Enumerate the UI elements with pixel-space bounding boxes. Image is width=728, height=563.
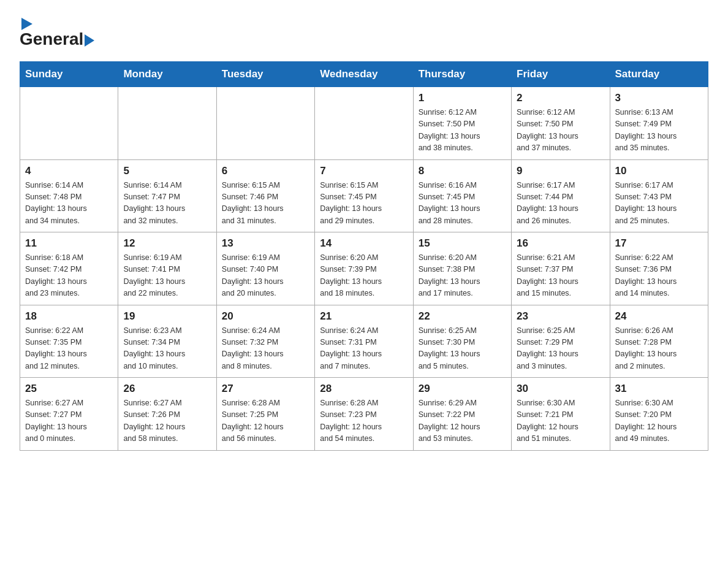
weekday-header-saturday: Saturday [610, 62, 708, 87]
day-info: Sunrise: 6:23 AM Sunset: 7:34 PM Dayligh… [123, 325, 211, 373]
weekday-header-sunday: Sunday [20, 62, 118, 87]
calendar-cell: 4Sunrise: 6:14 AM Sunset: 7:48 PM Daylig… [20, 159, 118, 232]
calendar-cell: 31Sunrise: 6:30 AM Sunset: 7:20 PM Dayli… [610, 378, 708, 451]
calendar-cell: 6Sunrise: 6:15 AM Sunset: 7:46 PM Daylig… [216, 159, 314, 232]
day-number: 11 [25, 237, 113, 250]
day-info: Sunrise: 6:28 AM Sunset: 7:23 PM Dayligh… [320, 397, 408, 445]
calendar-cell [216, 87, 314, 160]
day-info: Sunrise: 6:28 AM Sunset: 7:25 PM Dayligh… [222, 397, 309, 445]
day-number: 1 [419, 92, 506, 104]
calendar-cell: 25Sunrise: 6:27 AM Sunset: 7:27 PM Dayli… [20, 378, 118, 451]
calendar-cell [20, 87, 118, 160]
calendar-cell: 14Sunrise: 6:20 AM Sunset: 7:39 PM Dayli… [315, 232, 413, 305]
calendar-cell: 23Sunrise: 6:25 AM Sunset: 7:29 PM Dayli… [512, 305, 610, 378]
calendar-cell: 1Sunrise: 6:12 AM Sunset: 7:50 PM Daylig… [413, 87, 511, 160]
day-number: 13 [222, 237, 309, 250]
week-row-4: 18Sunrise: 6:22 AM Sunset: 7:35 PM Dayli… [20, 305, 708, 378]
day-number: 4 [25, 165, 113, 177]
calendar-cell: 3Sunrise: 6:13 AM Sunset: 7:49 PM Daylig… [610, 87, 708, 160]
day-info: Sunrise: 6:30 AM Sunset: 7:20 PM Dayligh… [615, 397, 703, 445]
day-number: 2 [517, 92, 604, 104]
day-number: 24 [615, 310, 703, 323]
day-info: Sunrise: 6:25 AM Sunset: 7:30 PM Dayligh… [419, 325, 506, 373]
calendar-cell: 17Sunrise: 6:22 AM Sunset: 7:36 PM Dayli… [610, 232, 708, 305]
week-row-2: 4Sunrise: 6:14 AM Sunset: 7:48 PM Daylig… [20, 159, 708, 232]
calendar-cell: 28Sunrise: 6:28 AM Sunset: 7:23 PM Dayli… [315, 378, 413, 451]
day-info: Sunrise: 6:19 AM Sunset: 7:40 PM Dayligh… [222, 252, 309, 300]
day-number: 20 [222, 310, 309, 323]
day-number: 14 [320, 237, 408, 250]
calendar-cell: 11Sunrise: 6:18 AM Sunset: 7:42 PM Dayli… [20, 232, 118, 305]
day-number: 17 [615, 237, 703, 250]
day-number: 8 [419, 165, 506, 177]
day-info: Sunrise: 6:12 AM Sunset: 7:50 PM Dayligh… [517, 107, 604, 155]
day-number: 7 [320, 165, 408, 177]
calendar-cell: 16Sunrise: 6:21 AM Sunset: 7:37 PM Dayli… [512, 232, 610, 305]
day-info: Sunrise: 6:13 AM Sunset: 7:49 PM Dayligh… [615, 107, 703, 155]
day-number: 16 [517, 237, 604, 250]
day-number: 15 [419, 237, 506, 250]
week-row-3: 11Sunrise: 6:18 AM Sunset: 7:42 PM Dayli… [20, 232, 708, 305]
day-info: Sunrise: 6:29 AM Sunset: 7:22 PM Dayligh… [419, 397, 506, 445]
day-number: 18 [25, 310, 113, 323]
day-info: Sunrise: 6:12 AM Sunset: 7:50 PM Dayligh… [419, 107, 506, 155]
day-number: 22 [419, 310, 506, 323]
day-info: Sunrise: 6:22 AM Sunset: 7:35 PM Dayligh… [25, 325, 113, 373]
logo-arrow-icon [85, 34, 94, 47]
day-number: 29 [419, 383, 506, 395]
calendar-cell: 9Sunrise: 6:17 AM Sunset: 7:44 PM Daylig… [512, 159, 610, 232]
logo: General [20, 15, 96, 49]
day-info: Sunrise: 6:18 AM Sunset: 7:42 PM Dayligh… [25, 252, 113, 300]
day-number: 27 [222, 383, 309, 395]
day-number: 21 [320, 310, 408, 323]
day-number: 9 [517, 165, 604, 177]
calendar-cell: 8Sunrise: 6:16 AM Sunset: 7:45 PM Daylig… [413, 159, 511, 232]
calendar-cell: 12Sunrise: 6:19 AM Sunset: 7:41 PM Dayli… [118, 232, 216, 305]
calendar-cell: 10Sunrise: 6:17 AM Sunset: 7:43 PM Dayli… [610, 159, 708, 232]
calendar-cell: 15Sunrise: 6:20 AM Sunset: 7:38 PM Dayli… [413, 232, 511, 305]
day-number: 30 [517, 383, 604, 395]
day-number: 6 [222, 165, 309, 177]
calendar-cell: 26Sunrise: 6:27 AM Sunset: 7:26 PM Dayli… [118, 378, 216, 451]
week-row-5: 25Sunrise: 6:27 AM Sunset: 7:27 PM Dayli… [20, 378, 708, 451]
day-info: Sunrise: 6:22 AM Sunset: 7:36 PM Dayligh… [615, 252, 703, 300]
day-info: Sunrise: 6:27 AM Sunset: 7:27 PM Dayligh… [25, 397, 113, 445]
day-info: Sunrise: 6:14 AM Sunset: 7:48 PM Dayligh… [25, 180, 113, 228]
week-row-1: 1Sunrise: 6:12 AM Sunset: 7:50 PM Daylig… [20, 87, 708, 160]
weekday-header-friday: Friday [512, 62, 610, 87]
calendar-cell: 7Sunrise: 6:15 AM Sunset: 7:45 PM Daylig… [315, 159, 413, 232]
day-info: Sunrise: 6:26 AM Sunset: 7:28 PM Dayligh… [615, 325, 703, 373]
day-info: Sunrise: 6:15 AM Sunset: 7:45 PM Dayligh… [320, 180, 408, 228]
calendar-cell [315, 87, 413, 160]
calendar-cell: 22Sunrise: 6:25 AM Sunset: 7:30 PM Dayli… [413, 305, 511, 378]
day-number: 3 [615, 92, 703, 104]
calendar-table: SundayMondayTuesdayWednesdayThursdayFrid… [20, 61, 708, 451]
day-info: Sunrise: 6:15 AM Sunset: 7:46 PM Dayligh… [222, 180, 309, 228]
calendar-cell: 20Sunrise: 6:24 AM Sunset: 7:32 PM Dayli… [216, 305, 314, 378]
calendar-cell: 29Sunrise: 6:29 AM Sunset: 7:22 PM Dayli… [413, 378, 511, 451]
weekday-header-wednesday: Wednesday [315, 62, 413, 87]
logo-triangle-icon [21, 18, 32, 30]
day-number: 28 [320, 383, 408, 395]
logo-general-2: General [20, 29, 83, 48]
weekday-header-monday: Monday [118, 62, 216, 87]
calendar-cell: 21Sunrise: 6:24 AM Sunset: 7:31 PM Dayli… [315, 305, 413, 378]
day-info: Sunrise: 6:20 AM Sunset: 7:38 PM Dayligh… [419, 252, 506, 300]
day-number: 23 [517, 310, 604, 323]
calendar-cell: 5Sunrise: 6:14 AM Sunset: 7:47 PM Daylig… [118, 159, 216, 232]
page-header: General [20, 15, 708, 49]
calendar-cell [118, 87, 216, 160]
day-info: Sunrise: 6:14 AM Sunset: 7:47 PM Dayligh… [123, 180, 211, 228]
day-info: Sunrise: 6:25 AM Sunset: 7:29 PM Dayligh… [517, 325, 604, 373]
day-number: 5 [123, 165, 211, 177]
day-info: Sunrise: 6:20 AM Sunset: 7:39 PM Dayligh… [320, 252, 408, 300]
day-number: 31 [615, 383, 703, 395]
calendar-cell: 18Sunrise: 6:22 AM Sunset: 7:35 PM Dayli… [20, 305, 118, 378]
day-info: Sunrise: 6:24 AM Sunset: 7:31 PM Dayligh… [320, 325, 408, 373]
day-number: 25 [25, 383, 113, 395]
day-number: 19 [123, 310, 211, 323]
calendar-cell: 30Sunrise: 6:30 AM Sunset: 7:21 PM Dayli… [512, 378, 610, 451]
weekday-header-thursday: Thursday [413, 62, 511, 87]
calendar-cell: 13Sunrise: 6:19 AM Sunset: 7:40 PM Dayli… [216, 232, 314, 305]
day-info: Sunrise: 6:17 AM Sunset: 7:44 PM Dayligh… [517, 180, 604, 228]
